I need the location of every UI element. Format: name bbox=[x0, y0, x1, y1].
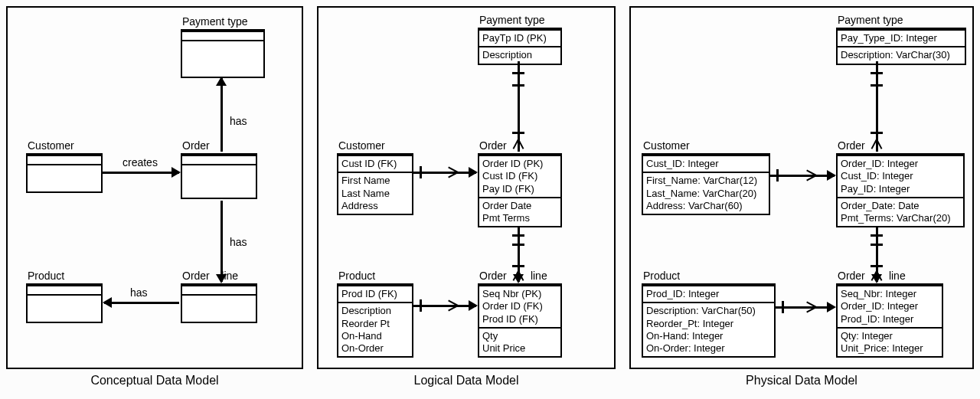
entity-order: Order Order_ID: Integer Cust_ID: Integer… bbox=[836, 153, 965, 227]
diagram-root: Payment type Customer Order Order line P… bbox=[6, 6, 980, 388]
entity-title: Order bbox=[479, 139, 507, 152]
arrowhead-icon bbox=[216, 77, 227, 86]
attr: On-Order: Integer bbox=[646, 342, 771, 355]
panel-caption: Logical Data Model bbox=[317, 374, 616, 388]
entity-title: Payment type bbox=[838, 14, 903, 26]
attr: Order_Date: Date bbox=[841, 200, 960, 212]
arrowhead-icon bbox=[871, 274, 882, 283]
attr: Unit_Price: Integer bbox=[841, 342, 939, 355]
edge bbox=[770, 175, 835, 177]
attr: Cust_ID: Integer bbox=[646, 158, 766, 170]
entity-title: Product bbox=[338, 270, 375, 282]
entity-title: Product bbox=[28, 270, 64, 282]
arrowhead-icon bbox=[469, 167, 478, 178]
attr: Reorder_Pt: Integer bbox=[646, 318, 771, 330]
cardinality-bar-icon bbox=[512, 265, 524, 267]
arrowhead-icon bbox=[172, 167, 181, 178]
logical-panel-wrap: Payment type PayTp ID (PK) Description C… bbox=[317, 6, 616, 388]
attr: PayTp ID (PK) bbox=[482, 32, 557, 44]
conceptual-panel: Payment type Customer Order Order line P… bbox=[6, 6, 303, 369]
attr: Order Date bbox=[482, 200, 557, 212]
cardinality-bar-icon bbox=[871, 132, 883, 134]
cardinality-bar-icon bbox=[871, 244, 883, 246]
attr: Cust ID (FK) bbox=[482, 170, 557, 182]
cardinality-bar-icon bbox=[512, 132, 524, 134]
entity-payment-type: Payment type bbox=[181, 29, 265, 78]
edge-creates bbox=[103, 172, 179, 174]
cardinality-bar-icon bbox=[420, 166, 422, 178]
attr: Description bbox=[482, 49, 557, 61]
cardinality-bar-icon bbox=[512, 72, 524, 74]
entity-title: Customer bbox=[338, 139, 385, 152]
attr: Order_ID: Integer bbox=[841, 300, 939, 312]
entity-title: Order bbox=[182, 139, 210, 152]
entity-title: Customer bbox=[643, 139, 690, 152]
entity-order-line: Order line bbox=[181, 283, 257, 323]
attr: Description: VarChar(30) bbox=[841, 49, 962, 61]
arrowhead-icon bbox=[827, 170, 836, 181]
attr: Address bbox=[341, 200, 409, 212]
attr: Unit Price bbox=[482, 342, 557, 355]
cardinality-bar-icon bbox=[782, 301, 784, 313]
physical-panel-wrap: Payment type Pay_Type_ID: Integer Descri… bbox=[629, 6, 974, 388]
arrowhead-icon bbox=[469, 300, 478, 311]
attr: Pay ID (FK) bbox=[482, 183, 557, 195]
attr: On-Order bbox=[341, 342, 409, 355]
arrowhead-icon bbox=[103, 297, 112, 308]
attr: Last Name bbox=[341, 188, 409, 200]
logical-panel: Payment type PayTp ID (PK) Description C… bbox=[317, 6, 616, 369]
attr: Order_ID: Integer bbox=[841, 158, 960, 170]
entity-order: Order bbox=[181, 153, 257, 199]
attr: Pmt_Terms: VarChar(20) bbox=[841, 212, 960, 224]
physical-panel: Payment type Pay_Type_ID: Integer Descri… bbox=[629, 6, 974, 369]
attr: Seq_Nbr: Integer bbox=[841, 288, 939, 300]
attr: Prod ID (FK) bbox=[341, 288, 409, 300]
cardinality-bar-icon bbox=[871, 72, 883, 74]
attr: First Name bbox=[341, 175, 409, 187]
conceptual-panel-wrap: Payment type Customer Order Order line P… bbox=[6, 6, 303, 388]
attr: Last_Name: VarChar(20) bbox=[646, 188, 766, 200]
edge-label: has bbox=[130, 286, 148, 299]
attr: Address: VarChar(60) bbox=[646, 200, 766, 212]
entity-payment-type: Payment type Pay_Type_ID: Integer Descri… bbox=[836, 28, 966, 65]
entity-customer: Customer Cust_ID: Integer First_Name: Va… bbox=[642, 153, 770, 215]
attr: Cust_ID: Integer bbox=[841, 170, 960, 182]
cardinality-bar-icon bbox=[512, 234, 524, 237]
arrowhead-icon bbox=[216, 274, 227, 283]
arrowhead-icon bbox=[513, 274, 524, 283]
edge-label: has bbox=[230, 115, 247, 127]
attr: Pmt Terms bbox=[482, 212, 557, 224]
attr: Reorder Pt bbox=[341, 318, 409, 330]
edge bbox=[413, 172, 476, 174]
attr: Qty bbox=[482, 330, 557, 342]
entity-order-line: Order line Seq Nbr (PK) Order ID (FK) Pr… bbox=[478, 283, 562, 358]
entity-title: Order bbox=[838, 139, 865, 152]
attr: First_Name: VarChar(12) bbox=[646, 175, 766, 187]
entity-title: Payment type bbox=[182, 15, 248, 28]
attr: Order ID (FK) bbox=[482, 300, 557, 312]
panel-caption: Conceptual Data Model bbox=[6, 374, 303, 388]
attr: Prod_ID: Integer bbox=[646, 288, 771, 300]
attr: Cust ID (FK) bbox=[341, 158, 409, 170]
attr: Pay_ID: Integer bbox=[841, 183, 960, 195]
entity-payment-type: Payment type PayTp ID (PK) Description bbox=[478, 28, 562, 65]
arrowhead-icon bbox=[827, 302, 836, 312]
cardinality-bar-icon bbox=[871, 265, 883, 267]
edge bbox=[518, 61, 520, 152]
attr: Pay_Type_ID: Integer bbox=[841, 32, 962, 44]
cardinality-bar-icon bbox=[420, 299, 422, 312]
edge bbox=[413, 305, 476, 307]
entity-title: Product bbox=[643, 270, 680, 282]
cardinality-bar-icon bbox=[776, 169, 779, 182]
edge-has-up bbox=[220, 78, 223, 152]
attr: Description: VarChar(50) bbox=[646, 305, 771, 317]
edge-label: creates bbox=[122, 156, 158, 168]
edge-has-left bbox=[104, 302, 179, 304]
cardinality-bar-icon bbox=[871, 234, 883, 237]
attr: Qty: Integer bbox=[841, 330, 939, 342]
panel-caption: Physical Data Model bbox=[629, 374, 974, 388]
entity-customer: Customer Cust ID (FK) First Name Last Na… bbox=[337, 153, 413, 215]
attr: On-Hand bbox=[341, 330, 409, 342]
cardinality-bar-icon bbox=[871, 84, 883, 87]
entity-title: Customer bbox=[28, 139, 74, 152]
